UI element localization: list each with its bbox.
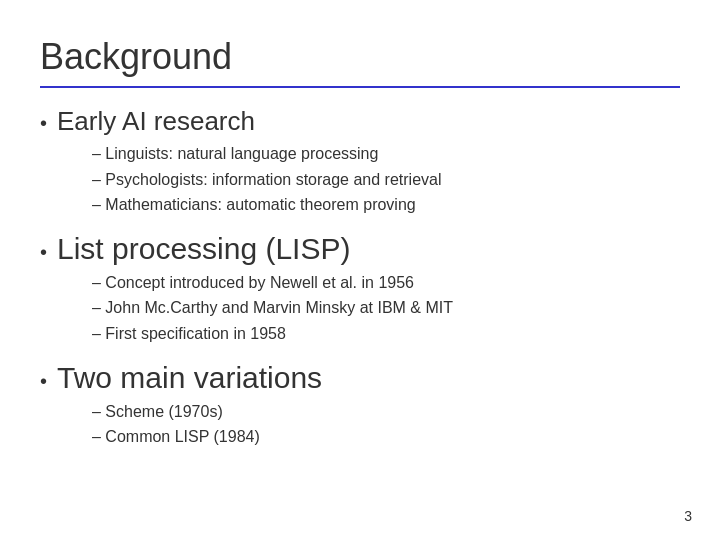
sub-bullets-2: – Concept introduced by Newell et al. in…	[92, 270, 680, 347]
bullet-main-3: • Two main variations	[40, 361, 680, 395]
sub-bullet-2-1: – Concept introduced by Newell et al. in…	[92, 270, 680, 296]
bullet-item-3: • Two main variations – Scheme (1970s) –…	[40, 361, 680, 450]
bullet-dot-3: •	[40, 370, 47, 393]
slide-content: • Early AI research – Linguists: natural…	[40, 106, 680, 450]
bullet-item-1: • Early AI research – Linguists: natural…	[40, 106, 680, 218]
slide: Background • Early AI research – Linguis…	[0, 0, 720, 540]
bullet-dot-1: •	[40, 112, 47, 135]
sub-bullets-3: – Scheme (1970s) – Common LISP (1984)	[92, 399, 680, 450]
bullet-item-2: • List processing (LISP) – Concept intro…	[40, 232, 680, 347]
sub-bullet-1-1: – Linguists: natural language processing	[92, 141, 680, 167]
sub-bullet-1-2: – Psychologists: information storage and…	[92, 167, 680, 193]
title-section: Background	[40, 36, 680, 88]
sub-bullets-1: – Linguists: natural language processing…	[92, 141, 680, 218]
sub-bullet-2-2: – John Mc.Carthy and Marvin Minsky at IB…	[92, 295, 680, 321]
bullet-main-1: • Early AI research	[40, 106, 680, 137]
slide-title: Background	[40, 36, 680, 78]
bullet-text-2: List processing (LISP)	[57, 232, 350, 266]
bullet-text-3: Two main variations	[57, 361, 322, 395]
sub-bullet-3-2: – Common LISP (1984)	[92, 424, 680, 450]
bullet-main-2: • List processing (LISP)	[40, 232, 680, 266]
sub-bullet-2-3: – First specification in 1958	[92, 321, 680, 347]
bullet-dot-2: •	[40, 241, 47, 264]
sub-bullet-1-3: – Mathematicians: automatic theorem prov…	[92, 192, 680, 218]
bullet-text-1: Early AI research	[57, 106, 255, 137]
sub-bullet-3-1: – Scheme (1970s)	[92, 399, 680, 425]
title-underline	[40, 86, 680, 88]
page-number: 3	[684, 508, 692, 524]
